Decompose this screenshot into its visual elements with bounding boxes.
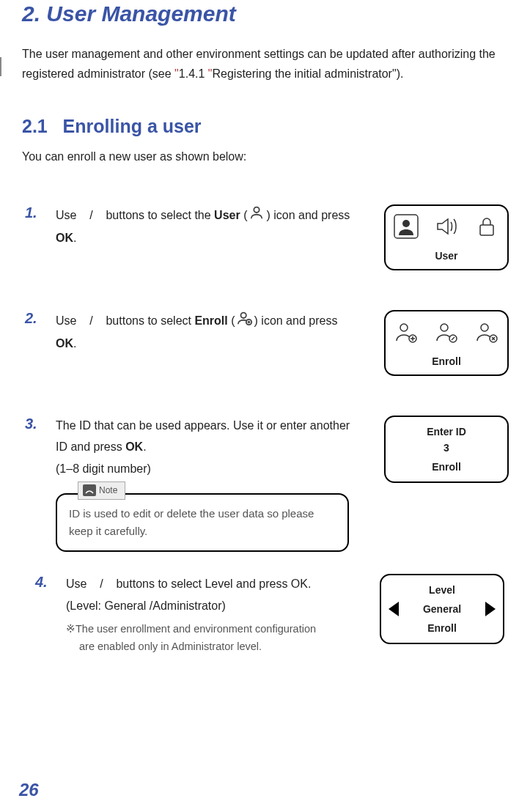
device-panel-user-label: User bbox=[435, 250, 457, 262]
step-1: 1. Use / buttons to select the User ( ) … bbox=[22, 204, 530, 270]
step-3-body: The ID that can be used appears. Use it … bbox=[56, 416, 371, 551]
device-panel-enroll-label: Enroll bbox=[432, 355, 461, 367]
section-indent-bar bbox=[0, 57, 1, 76]
page-number: 26 bbox=[19, 780, 39, 800]
step-2: 2. Use / buttons to select Enroll ( ) ic… bbox=[22, 310, 530, 376]
step-1-body: Use / buttons to select the User ( ) ico… bbox=[56, 204, 371, 249]
section-heading: Enrolling a user bbox=[63, 116, 202, 136]
device-panel-level-title: Level bbox=[429, 584, 455, 596]
step-3-line2: (1–8 digit number) bbox=[56, 459, 356, 480]
svg-point-8 bbox=[441, 324, 448, 331]
step-2-text-post: ) icon and press bbox=[254, 315, 338, 328]
note-icon bbox=[83, 484, 96, 496]
svg-point-2 bbox=[402, 220, 410, 227]
intro-ref-num: 1.4.1 bbox=[179, 67, 208, 80]
note-badge: Note bbox=[78, 481, 125, 500]
step-4: 4. Use / buttons to select Level and pre… bbox=[32, 574, 530, 656]
step-4-body: Use / buttons to select Level and press … bbox=[66, 574, 367, 656]
step-4-line1: Use / buttons to select Level and press … bbox=[66, 577, 311, 590]
step-3-number: 3. bbox=[22, 416, 43, 432]
enroll-edit-icon bbox=[433, 319, 460, 345]
step-3-line1-pre: The ID that can be used appears. Use it … bbox=[56, 419, 350, 453]
device-panel-enroll-icons bbox=[393, 319, 500, 345]
device-panel-user-icons bbox=[393, 213, 500, 240]
device-panel-level-label: Enroll bbox=[427, 622, 457, 634]
step-1-text-mid: ( bbox=[240, 210, 248, 222]
device-panel-enroll: Enroll bbox=[384, 310, 509, 376]
enroll-delete-icon bbox=[474, 319, 500, 345]
step-2-bold1: Enroll bbox=[194, 315, 227, 328]
step-3-line1-bold: OK bbox=[125, 440, 143, 453]
device-panel-enterid-label: Enroll bbox=[432, 461, 461, 473]
device-panel-enterid-value: 3 bbox=[443, 442, 449, 454]
step-4-foot1: ※The user enrollment and environment con… bbox=[66, 621, 352, 638]
sound-menu-icon bbox=[433, 213, 460, 240]
svg-point-4 bbox=[240, 313, 246, 318]
step-4-line2: (Level: General /Administrator) bbox=[66, 596, 352, 617]
enroll-add-icon bbox=[393, 319, 419, 345]
note-text: ID is used to edit or delete the user da… bbox=[69, 507, 314, 537]
section-number: 2.1 bbox=[22, 116, 48, 136]
svg-rect-3 bbox=[480, 225, 493, 235]
step-3: 3. The ID that can be used appears. Use … bbox=[22, 416, 530, 551]
lock-menu-icon bbox=[474, 213, 500, 240]
section-intro: You can enroll a new user as shown below… bbox=[22, 150, 530, 163]
user-icon bbox=[249, 204, 265, 228]
device-panel-level-value: General bbox=[423, 603, 461, 615]
step-2-text-pre: Use / buttons to select bbox=[56, 315, 194, 328]
arrow-left-icon[interactable] bbox=[389, 602, 399, 616]
enroll-icon bbox=[237, 310, 253, 333]
step-1-number: 1. bbox=[22, 204, 43, 221]
chapter-title: 2. User Management bbox=[22, 1, 530, 26]
step-4-foot2: are enabled only in Administrator level. bbox=[66, 638, 352, 656]
step-4-footnote: ※The user enrollment and environment con… bbox=[66, 621, 352, 656]
step-1-text-post: ) icon and press bbox=[266, 210, 350, 222]
step-1-bold1: User bbox=[214, 210, 240, 222]
device-panel-level: Level General Enroll bbox=[380, 574, 504, 644]
intro-paragraph: The user management and other environmen… bbox=[22, 44, 530, 84]
note-label: Note bbox=[99, 484, 117, 498]
section-title: 2.1 Enrolling a user bbox=[22, 116, 530, 137]
step-2-text-end: . bbox=[73, 337, 76, 350]
step-2-number: 2. bbox=[22, 310, 43, 327]
step-2-text-mid: ( bbox=[228, 315, 235, 328]
svg-point-0 bbox=[254, 207, 260, 213]
step-1-bold2: OK bbox=[56, 232, 73, 244]
step-1-text-pre: Use / buttons to select the bbox=[56, 210, 214, 222]
step-3-line1-post: . bbox=[143, 440, 146, 453]
device-panel-enterid-title: Enter ID bbox=[427, 426, 466, 438]
step-4-number: 4. bbox=[32, 574, 53, 591]
user-menu-icon bbox=[393, 213, 419, 240]
intro-ref-title: Registering the initial administrator"). bbox=[213, 67, 404, 80]
step-2-bold2: OK bbox=[56, 337, 73, 350]
svg-point-6 bbox=[400, 324, 408, 331]
device-panel-enterid: Enter ID 3 Enroll bbox=[384, 416, 509, 483]
arrow-right-icon[interactable] bbox=[485, 602, 496, 616]
step-2-body: Use / buttons to select Enroll ( ) icon … bbox=[56, 310, 371, 355]
device-panel-user: User bbox=[384, 204, 509, 270]
device-panel-level-row: General bbox=[389, 602, 496, 616]
svg-point-10 bbox=[481, 324, 488, 331]
note-box: Note ID is used to edit or delete the us… bbox=[56, 493, 349, 552]
step-1-text-end: . bbox=[73, 232, 76, 244]
